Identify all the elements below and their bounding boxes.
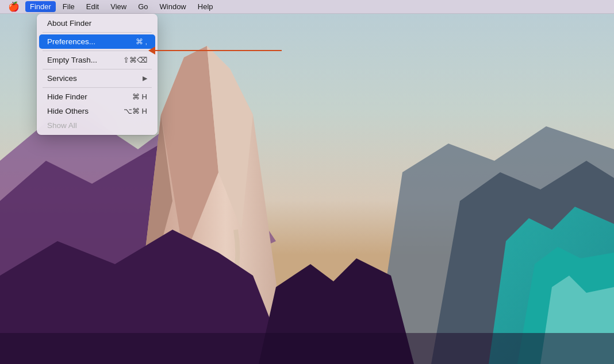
separator-2 [43,51,152,51]
finder-dropdown: About Finder Preferences... ⌘ , Empty Tr… [37,14,158,135]
separator-4 [43,87,152,88]
help-menu[interactable]: Help [193,1,218,12]
hide-others-label: Hide Others [47,107,89,115]
arrow-head [148,47,155,55]
window-menu[interactable]: Window [155,1,191,12]
hide-finder-shortcut: ⌘ H [132,92,147,101]
services-item[interactable]: Services ▶ [39,71,155,86]
services-chevron: ▶ [143,75,147,82]
file-menu[interactable]: File [58,1,79,12]
finder-menu[interactable]: Finder [25,1,56,12]
separator-1 [43,32,152,33]
show-all-item: Show All [39,118,155,133]
svg-rect-14 [0,333,614,364]
preferences-label: Preferences... [47,37,95,46]
go-menu[interactable]: Go [133,1,152,12]
hide-finder-label: Hide Finder [47,92,87,101]
empty-trash-item[interactable]: Empty Trash... ⇧⌘⌫ [39,53,155,67]
about-finder-label: About Finder [47,19,91,28]
menubar: 🍎 Finder File Edit View Go Window Help [0,0,614,14]
services-label: Services [47,74,77,83]
empty-trash-shortcut: ⇧⌘⌫ [123,56,147,64]
show-all-label: Show All [47,121,77,130]
preferences-item[interactable]: Preferences... ⌘ , [39,34,155,49]
hide-others-shortcut: ⌥⌘ H [124,107,147,115]
view-menu[interactable]: View [106,1,131,12]
arrow-line [155,50,282,51]
apple-menu[interactable]: 🍎 [5,0,23,13]
about-finder-item[interactable]: About Finder [39,16,155,30]
edit-menu[interactable]: Edit [82,1,103,12]
arrow-annotation [155,50,282,51]
hide-finder-item[interactable]: Hide Finder ⌘ H [39,90,155,104]
hide-others-item[interactable]: Hide Others ⌥⌘ H [39,104,155,118]
empty-trash-label: Empty Trash... [47,56,97,64]
preferences-shortcut: ⌘ , [136,37,147,46]
separator-3 [43,69,152,69]
